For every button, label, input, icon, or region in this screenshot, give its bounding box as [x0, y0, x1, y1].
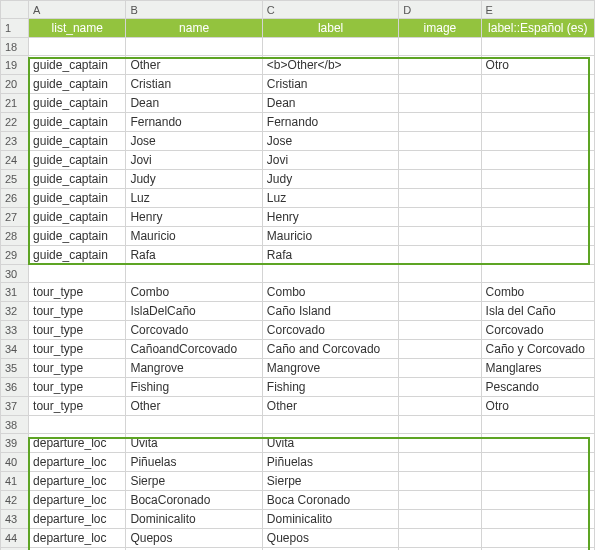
cell-C30[interactable] [262, 265, 398, 283]
row-header-23[interactable]: 23 [1, 132, 29, 151]
cell-A38[interactable] [29, 416, 126, 434]
cell-B25[interactable]: Judy [126, 170, 262, 189]
cell-C35[interactable]: Mangrove [262, 359, 398, 378]
cell-C20[interactable]: Cristian [262, 75, 398, 94]
cell-C43[interactable]: Dominicalito [262, 510, 398, 529]
cell-E20[interactable] [481, 75, 594, 94]
row-header-19[interactable]: 19 [1, 56, 29, 75]
cell-B19[interactable]: Other [126, 56, 262, 75]
row-header-18[interactable]: 18 [1, 38, 29, 56]
cell-B42[interactable]: BocaCoronado [126, 491, 262, 510]
row-header-28[interactable]: 28 [1, 227, 29, 246]
cell-E42[interactable] [481, 491, 594, 510]
cell-E35[interactable]: Manglares [481, 359, 594, 378]
cell-B37[interactable]: Other [126, 397, 262, 416]
row-header-42[interactable]: 42 [1, 491, 29, 510]
row-header-30[interactable]: 30 [1, 265, 29, 283]
cell-D18[interactable] [399, 38, 481, 56]
cell-A41[interactable]: departure_loc [29, 472, 126, 491]
row-header-39[interactable]: 39 [1, 434, 29, 453]
cell-D39[interactable] [399, 434, 481, 453]
cell-E21[interactable] [481, 94, 594, 113]
cell-B22[interactable]: Fernando [126, 113, 262, 132]
cell-A19[interactable]: guide_captain [29, 56, 126, 75]
cell-E23[interactable] [481, 132, 594, 151]
cell-E34[interactable]: Caño y Corcovado [481, 340, 594, 359]
cell-A42[interactable]: departure_loc [29, 491, 126, 510]
col-header-D[interactable]: D [399, 1, 481, 19]
row-header-43[interactable]: 43 [1, 510, 29, 529]
cell-C38[interactable] [262, 416, 398, 434]
cell-B1[interactable]: name [126, 19, 262, 38]
cell-D42[interactable] [399, 491, 481, 510]
cell-C31[interactable]: Combo [262, 283, 398, 302]
cell-E24[interactable] [481, 151, 594, 170]
cell-D1[interactable]: image [399, 19, 481, 38]
cell-C1[interactable]: label [262, 19, 398, 38]
cell-E25[interactable] [481, 170, 594, 189]
row-header-36[interactable]: 36 [1, 378, 29, 397]
cell-E37[interactable]: Otro [481, 397, 594, 416]
cell-E33[interactable]: Corcovado [481, 321, 594, 340]
cell-D33[interactable] [399, 321, 481, 340]
cell-C34[interactable]: Caño and Corcovado [262, 340, 398, 359]
cell-B29[interactable]: Rafa [126, 246, 262, 265]
cell-D25[interactable] [399, 170, 481, 189]
cell-B27[interactable]: Henry [126, 208, 262, 227]
cell-A26[interactable]: guide_captain [29, 189, 126, 208]
cell-A18[interactable] [29, 38, 126, 56]
cell-C27[interactable]: Henry [262, 208, 398, 227]
cell-A32[interactable]: tour_type [29, 302, 126, 321]
col-header-A[interactable]: A [29, 1, 126, 19]
cell-C36[interactable]: Fishing [262, 378, 398, 397]
cell-A30[interactable] [29, 265, 126, 283]
cell-C24[interactable]: Jovi [262, 151, 398, 170]
cell-D44[interactable] [399, 529, 481, 548]
cell-A40[interactable]: departure_loc [29, 453, 126, 472]
row-header-44[interactable]: 44 [1, 529, 29, 548]
row-header-32[interactable]: 32 [1, 302, 29, 321]
cell-E40[interactable] [481, 453, 594, 472]
cell-B30[interactable] [126, 265, 262, 283]
cell-C19[interactable]: <b>Other</b> [262, 56, 398, 75]
cell-E38[interactable] [481, 416, 594, 434]
cell-C28[interactable]: Mauricio [262, 227, 398, 246]
cell-B39[interactable]: Uvita [126, 434, 262, 453]
cell-C44[interactable]: Quepos [262, 529, 398, 548]
cell-B34[interactable]: CañoandCorcovado [126, 340, 262, 359]
cell-C21[interactable]: Dean [262, 94, 398, 113]
cell-D19[interactable] [399, 56, 481, 75]
cell-C40[interactable]: Piñuelas [262, 453, 398, 472]
cell-D40[interactable] [399, 453, 481, 472]
cell-E29[interactable] [481, 246, 594, 265]
cell-A21[interactable]: guide_captain [29, 94, 126, 113]
cell-E32[interactable]: Isla del Caño [481, 302, 594, 321]
cell-A28[interactable]: guide_captain [29, 227, 126, 246]
cell-D37[interactable] [399, 397, 481, 416]
cell-E30[interactable] [481, 265, 594, 283]
cell-B28[interactable]: Mauricio [126, 227, 262, 246]
spreadsheet-grid[interactable]: ABCDE1list_namenamelabelimagelabel::Espa… [0, 0, 595, 550]
cell-B21[interactable]: Dean [126, 94, 262, 113]
row-header-40[interactable]: 40 [1, 453, 29, 472]
cell-D27[interactable] [399, 208, 481, 227]
cell-A1[interactable]: list_name [29, 19, 126, 38]
cell-B41[interactable]: Sierpe [126, 472, 262, 491]
cell-D32[interactable] [399, 302, 481, 321]
cell-D43[interactable] [399, 510, 481, 529]
cell-B33[interactable]: Corcovado [126, 321, 262, 340]
cell-D22[interactable] [399, 113, 481, 132]
cell-E28[interactable] [481, 227, 594, 246]
cell-D24[interactable] [399, 151, 481, 170]
cell-E41[interactable] [481, 472, 594, 491]
cell-A20[interactable]: guide_captain [29, 75, 126, 94]
cell-A37[interactable]: tour_type [29, 397, 126, 416]
cell-C29[interactable]: Rafa [262, 246, 398, 265]
corner-cell[interactable] [1, 1, 29, 19]
cell-C22[interactable]: Fernando [262, 113, 398, 132]
cell-E19[interactable]: Otro [481, 56, 594, 75]
cell-D38[interactable] [399, 416, 481, 434]
cell-B35[interactable]: Mangrove [126, 359, 262, 378]
col-header-C[interactable]: C [262, 1, 398, 19]
cell-D28[interactable] [399, 227, 481, 246]
